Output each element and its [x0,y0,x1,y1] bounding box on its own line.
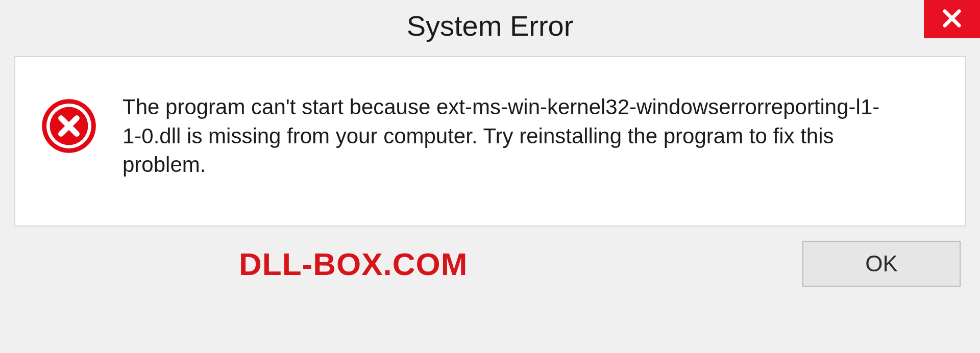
titlebar: System Error [0,0,980,51]
ok-button[interactable]: OK [802,241,961,287]
close-button[interactable] [924,0,980,38]
dialog-title: System Error [407,9,574,42]
footer: DLL-BOX.COM OK [14,241,966,287]
close-icon [940,6,964,33]
error-icon [41,98,97,154]
error-message: The program can't start because ext-ms-w… [122,93,888,180]
content-panel: The program can't start because ext-ms-w… [14,56,966,226]
watermark-text: DLL-BOX.COM [239,246,468,282]
ok-button-label: OK [865,251,898,276]
